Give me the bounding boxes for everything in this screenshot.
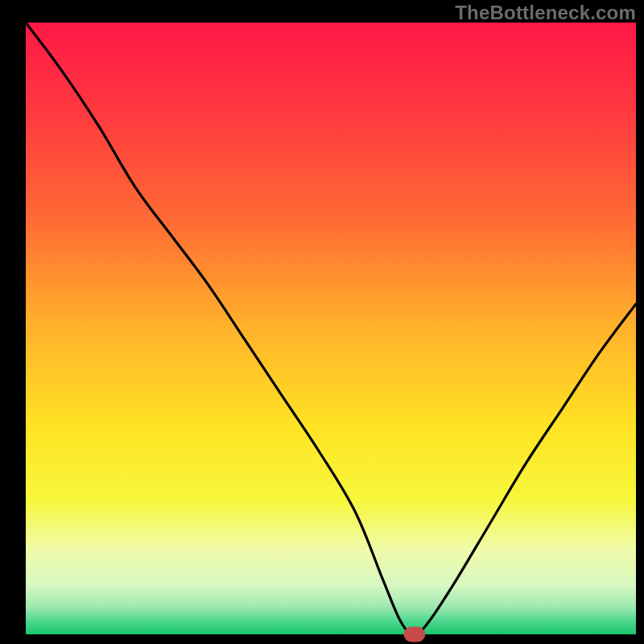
watermark-text: TheBottleneck.com [455, 2, 636, 24]
chart-canvas [0, 0, 644, 644]
optimum-marker [404, 627, 425, 642]
plot-area [26, 23, 636, 634]
bottleneck-chart: TheBottleneck.com [0, 0, 644, 644]
